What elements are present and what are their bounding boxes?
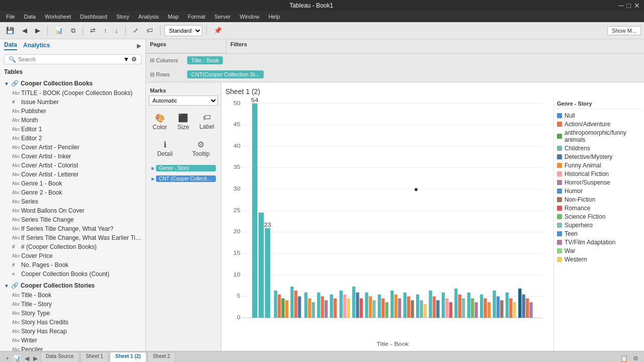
field-genre1-book[interactable]: Abc Genre 1 - Book <box>0 179 145 188</box>
field-editor1[interactable]: Abc Editor 1 <box>0 125 145 134</box>
legend-label-superhero: Superhero <box>565 222 593 229</box>
tab-sheet1-2[interactable]: Sheet 1 (2) <box>110 352 146 362</box>
show-mark-button[interactable]: Show M... <box>607 26 641 35</box>
marks-color-btn[interactable]: 🎨 Color <box>150 111 170 133</box>
svg-rect-70 <box>458 295 461 318</box>
color-label: Color <box>152 124 167 131</box>
field-story-has-credits[interactable]: Abc Story Has Credits <box>0 318 145 327</box>
toolbar-fix-btn[interactable]: 📌 <box>211 25 225 36</box>
field-name-text: Title - Story <box>21 301 141 308</box>
minimize-icon[interactable]: ─ <box>619 2 624 10</box>
field-num-books[interactable]: # # (Cooper Collection Books) <box>0 242 145 251</box>
standard-select[interactable]: Standard <box>165 25 202 36</box>
field-count-books[interactable]: ≡ Cooper Collection Books (Count) <box>0 269 145 279</box>
marks-label-btn[interactable]: 🏷 Label <box>197 111 216 133</box>
toolbar-fit-btn[interactable]: ⤢ <box>130 25 141 36</box>
field-genre2-book[interactable]: Abc Genre 2 - Book <box>0 188 145 197</box>
menu-format[interactable]: Format <box>184 13 209 21</box>
field-story-penciler[interactable]: Abc Penciler <box>0 345 145 351</box>
field-pages-book[interactable]: # No. Pages - Book <box>0 260 145 269</box>
tab-data-source[interactable]: Data Source <box>40 352 79 362</box>
svg-rect-66 <box>442 293 445 318</box>
marks-type-select[interactable]: Automatic <box>149 96 218 106</box>
menu-map[interactable]: Map <box>164 13 183 21</box>
field-story-has-recap[interactable]: Abc Story Has Recap <box>0 327 145 336</box>
field-cover-colorist[interactable]: Abc Cover Artist - Colorist <box>0 161 145 170</box>
menu-story[interactable]: Story <box>112 13 133 21</box>
menu-server[interactable]: Server <box>210 13 234 21</box>
field-editor2[interactable]: Abc Editor 2 <box>0 134 145 143</box>
tab-sheet1[interactable]: Sheet 1 <box>80 352 109 362</box>
field-cover-inker[interactable]: Abc Cover Artist - Inker <box>0 152 145 161</box>
field-story-title-story[interactable]: Abc Title - Story <box>0 300 145 309</box>
tab-options-icon[interactable]: ⚙ <box>631 355 640 362</box>
panel-collapse-btn[interactable]: ▶ <box>137 42 141 49</box>
field-series-title-change[interactable]: Abc Series Title Change <box>0 215 145 224</box>
menu-file[interactable]: File <box>2 13 19 21</box>
viz-marks-area: Marks Automatic 🎨 Color ⬛ Size 🏷 L <box>146 82 644 351</box>
rows-pill[interactable]: CNT(Cooper Collection St... <box>187 70 264 78</box>
marks-tooltip-btn[interactable]: ⚙ Tooltip <box>190 137 212 160</box>
toolbar-forward-btn[interactable]: ▶ <box>32 25 43 36</box>
marks-field-cnt[interactable]: ■ CNT (Cooper Collection Stor... <box>149 174 218 183</box>
toolbar-swap-btn[interactable]: ⇄ <box>87 25 99 36</box>
field-cover-penciler[interactable]: Abc Cover Artist - Penciler <box>0 143 145 152</box>
marks-detail-btn[interactable]: ℹ Detail <box>154 137 175 160</box>
filter-icon[interactable]: ▼ <box>123 56 129 63</box>
field-cover-price[interactable]: Abc Cover Price <box>0 251 145 260</box>
field-type-icon: Abc <box>12 302 19 307</box>
field-series[interactable]: Abc Series <box>0 197 145 206</box>
columns-pill[interactable]: Title - Book <box>187 56 223 64</box>
tab-view-icon[interactable]: 📋 <box>619 355 629 362</box>
field-publisher[interactable]: Abc Publisher <box>0 107 145 116</box>
toolbar-duplicate-btn[interactable]: ⧉ <box>68 25 78 36</box>
search-input[interactable] <box>18 56 121 62</box>
svg-rect-35 <box>308 298 311 318</box>
field-name-text: If Series Title Change, What Year? <box>21 225 141 232</box>
field-story-title-book[interactable]: Abc Title - Book <box>0 291 145 300</box>
window-controls[interactable]: ─ □ ✕ <box>619 2 640 10</box>
toolbar-sort-desc-btn[interactable]: ↓ <box>112 25 122 36</box>
analytics-tab[interactable]: Analytics <box>23 42 50 50</box>
field-series-title-change-earlier[interactable]: Abc If Series Title Change, What Was Ear… <box>0 233 145 242</box>
marks-genre-pill[interactable]: Genre - Story <box>156 165 216 171</box>
field-title-book[interactable]: Abc TITLE - BOOK (Cooper Collection Book… <box>0 88 145 98</box>
toolbar-sort-asc-btn[interactable]: ↑ <box>101 25 110 36</box>
toolbar-labels-btn[interactable]: 🏷 <box>143 25 156 36</box>
toolbar-save-btn[interactable]: 💾 <box>3 25 17 36</box>
field-story-writer[interactable]: Abc Writer <box>0 336 145 345</box>
field-story-type[interactable]: Abc Story Type <box>0 309 145 318</box>
menu-data[interactable]: Data <box>20 13 40 21</box>
field-series-title-change-year[interactable]: Abc If Series Title Change, What Year? <box>0 224 145 233</box>
search-settings-icon[interactable]: ⚙ <box>131 56 137 63</box>
tab-left-icon[interactable]: ◀ <box>23 355 31 362</box>
field-name-text: Cover Price <box>21 252 141 259</box>
tab-right-icon[interactable]: ▶ <box>32 355 39 362</box>
field-word-ballons[interactable]: Abc Word Ballons On Cover <box>0 206 145 215</box>
field-cover-letterer[interactable]: Abc Cover Artist - Letterer <box>0 170 145 179</box>
menu-analysis[interactable]: Analysis <box>134 13 163 21</box>
field-month[interactable]: Abc Month <box>0 116 145 125</box>
maximize-icon[interactable]: □ <box>627 2 631 10</box>
menu-worksheet[interactable]: Worksheet <box>41 13 75 21</box>
field-name-text: Cooper Collection Books (Count) <box>21 270 141 278</box>
marks-cnt-pill[interactable]: CNT (Cooper Collection Stor... <box>156 175 216 182</box>
tab-add-icon[interactable]: + <box>4 355 11 362</box>
data-tab[interactable]: Data <box>4 41 17 50</box>
menu-help[interactable]: Help <box>265 13 284 21</box>
menu-window[interactable]: Window <box>236 13 264 21</box>
field-type-icon: Abc <box>12 217 19 222</box>
field-issue-number[interactable]: # Issue Number <box>0 98 145 107</box>
marks-field-genre[interactable]: ■ Genre - Story <box>149 164 218 172</box>
toolbar-new-ds-btn[interactable]: 📊 <box>52 25 66 36</box>
tab-sheet2[interactable]: Sheet 2 <box>147 352 176 362</box>
field-name-text: Editor 2 <box>21 135 141 142</box>
table-section-books-header[interactable]: ▼ 🔗 Cooper Collection Books <box>0 78 145 88</box>
close-icon[interactable]: ✕ <box>634 2 640 10</box>
menu-dashboard[interactable]: Dashboard <box>76 13 111 21</box>
marks-size-btn[interactable]: ⬛ Size <box>175 111 191 133</box>
tab-db-icon[interactable]: 📊 <box>12 355 22 362</box>
field-type-icon: Abc <box>12 181 19 186</box>
table-section-stories-header[interactable]: ▼ 🔗 Cooper Collection Stories <box>0 281 145 291</box>
toolbar-back-btn[interactable]: ◀ <box>19 25 30 36</box>
